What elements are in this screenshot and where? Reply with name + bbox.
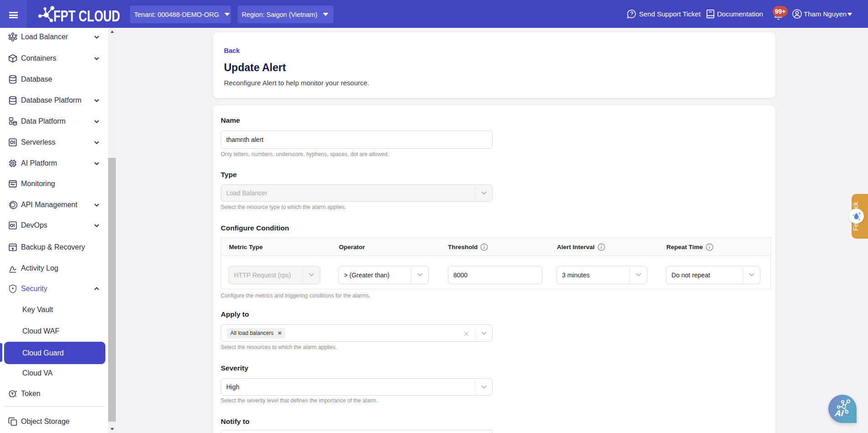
svg-text:AI: AI (834, 408, 845, 418)
